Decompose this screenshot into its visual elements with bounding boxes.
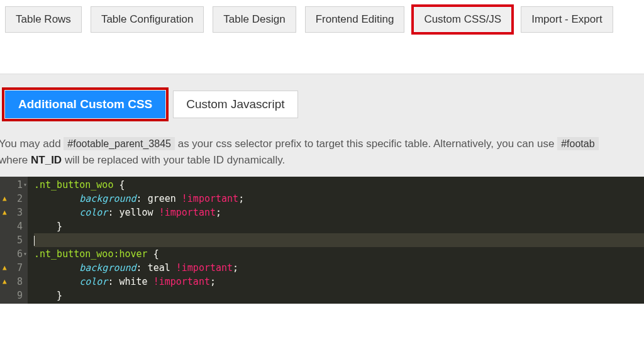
spacer [0,39,644,74]
code-line: .nt_button_woo:hover { [34,247,644,261]
panel: Additional Custom CSS Custom Javascript … [0,74,644,304]
code-line: } [34,219,644,233]
tab-import-export[interactable]: Import - Export [521,6,613,33]
subtab-custom-js[interactable]: Custom Javascript [173,91,297,118]
line-number: 5 [3,233,23,247]
line-number: 6 [3,247,23,261]
cursor-icon [34,236,35,246]
code-line: .nt_button_woo { [34,178,644,192]
line-number: 3 [3,206,23,219]
help-text-segment: You may add [0,138,64,150]
selector-chip: #footable_parent_3845 [64,137,175,150]
help-text-segment: as your css selector prefix to target th… [178,138,557,150]
tab-table-design[interactable]: Table Design [213,6,296,33]
tab-table-rows[interactable]: Table Rows [5,6,82,33]
subtab-additional-css[interactable]: Additional Custom CSS [5,91,165,118]
editor-code[interactable]: .nt_button_woo { background: green !impo… [28,177,644,304]
help-text: You may add #footable_parent_3845 as you… [0,132,644,177]
line-number: 8 [3,275,23,289]
code-editor[interactable]: 1 2 3 4 5 6 7 8 9 .nt_button_woo { backg… [0,177,644,304]
selector-chip-alt: #footab [557,137,598,150]
line-number: 2 [3,192,23,206]
line-number: 9 [3,289,23,302]
code-line: } [34,289,644,302]
tab-frontend-editing[interactable]: Frontend Editing [305,6,405,33]
help-text-segment: where [0,154,31,166]
code-line: color: yellow !important; [34,206,644,219]
main-tab-bar: Table Rows Table Configuration Table Des… [0,0,644,39]
sub-tab-bar: Additional Custom CSS Custom Javascript [0,84,644,132]
code-line [34,233,644,247]
help-text-segment: will be replaced with your table ID dyna… [65,154,285,166]
line-number: 1 [3,178,23,192]
line-number: 4 [3,219,23,233]
line-number: 7 [3,261,23,275]
tab-table-config[interactable]: Table Configuration [91,6,204,33]
code-line: color: white !important; [34,275,644,289]
code-line: background: teal !important; [34,261,644,275]
tab-custom-css-js[interactable]: Custom CSS/JS [413,6,512,33]
editor-gutter: 1 2 3 4 5 6 7 8 9 [0,177,28,304]
ntid-token: NT_ID [31,154,62,166]
code-line: background: green !important; [34,192,644,206]
